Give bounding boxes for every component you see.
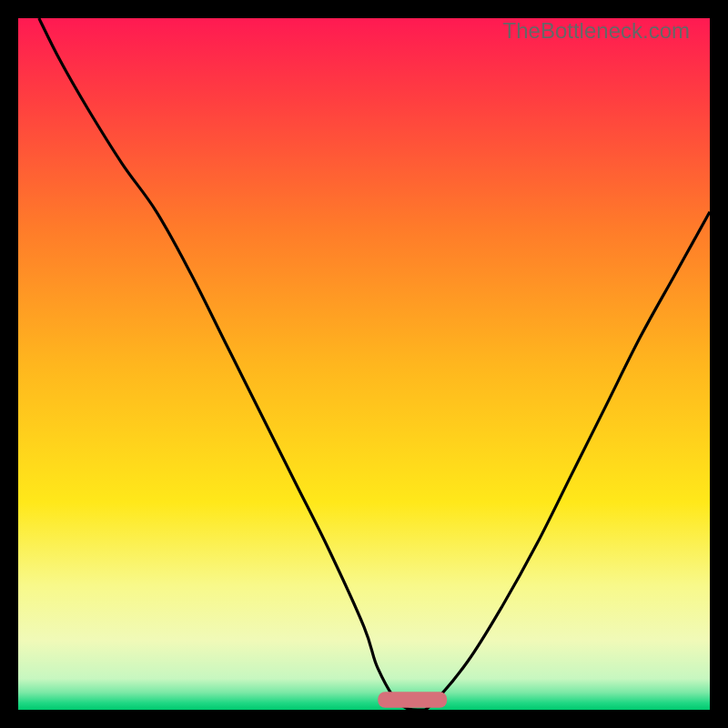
watermark-text: TheBottleneck.com — [503, 18, 690, 44]
bottleneck-chart — [18, 18, 710, 710]
chart-frame: TheBottleneck.com — [18, 18, 710, 710]
chart-background — [18, 18, 710, 710]
optimal-range-marker — [378, 692, 447, 707]
